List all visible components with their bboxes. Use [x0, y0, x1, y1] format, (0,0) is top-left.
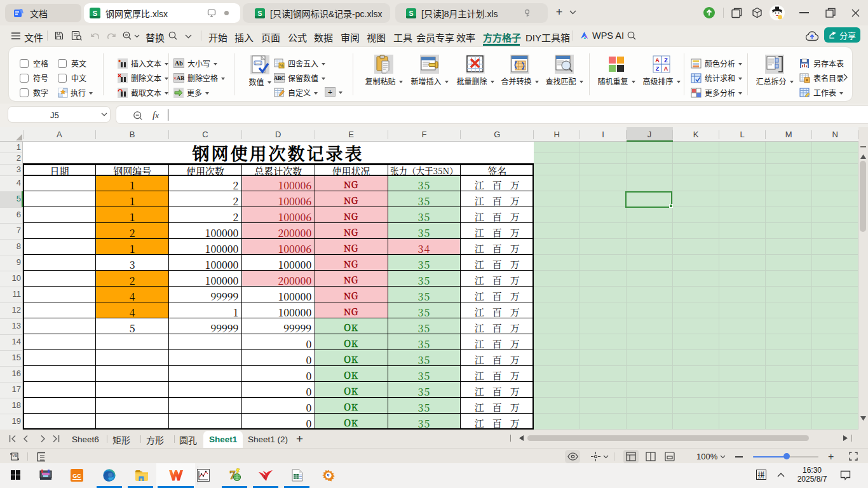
svg-text:S: S [93, 10, 97, 17]
svg-text:A: A [664, 65, 668, 72]
svg-text:A: A [655, 57, 660, 64]
svg-text:S: S [258, 10, 262, 17]
svg-text:{—}: {—} [255, 61, 261, 65]
svg-text:Z: Z [656, 65, 660, 72]
svg-text:Z: Z [664, 57, 668, 64]
svg-text:VB: VB [12, 454, 17, 458]
svg-text:GC: GC [72, 473, 81, 479]
svg-text:%: % [280, 63, 283, 67]
svg-text:S: S [409, 10, 414, 17]
